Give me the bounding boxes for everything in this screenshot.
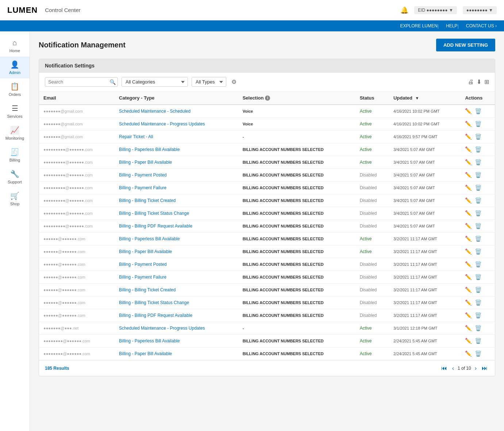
category-cell: Billing - Billing PDF Request Available <box>115 220 238 233</box>
search-box: 🔍 <box>45 77 118 87</box>
eid-dropdown[interactable]: EID ●●●●●●●● ▼ <box>414 6 457 14</box>
page-header: Notification Management ADD NEW SETTING <box>39 39 495 51</box>
edit-icon[interactable]: ✏️ <box>465 325 472 331</box>
category-filter-dropdown[interactable]: All Categories Billing Scheduled Mainten… <box>122 77 188 87</box>
delete-icon[interactable]: 🗑️ <box>475 210 482 217</box>
delete-icon[interactable]: 🗑️ <box>475 108 482 114</box>
delete-icon[interactable]: 🗑️ <box>475 172 482 178</box>
selection-info-icon[interactable]: i <box>265 96 270 101</box>
download-button[interactable]: ⬇ <box>477 78 481 85</box>
user-dropdown[interactable]: ●●●●●●●● ▼ <box>463 6 497 14</box>
sidebar-item-admin[interactable]: 👤 Admin <box>0 57 30 78</box>
delete-icon[interactable]: 🗑️ <box>475 133 482 140</box>
edit-icon[interactable]: ✏️ <box>465 350 472 357</box>
columns-button[interactable]: ⊞ <box>484 78 489 85</box>
edit-icon[interactable]: ✏️ <box>465 274 472 280</box>
edit-icon[interactable]: ✏️ <box>465 197 472 204</box>
category-cell: Billing - Billing Ticket Created <box>115 194 238 207</box>
delete-icon[interactable]: 🗑️ <box>475 248 482 255</box>
last-page-button[interactable]: ⏭ <box>480 364 489 372</box>
edit-icon[interactable]: ✏️ <box>465 108 472 114</box>
prev-page-button[interactable]: ‹ <box>451 364 455 372</box>
delete-icon[interactable]: 🗑️ <box>475 223 482 229</box>
selection-cell: BILLING ACCOUNT NUMBERS SELECTED <box>238 194 355 207</box>
updated-cell: 3/2/2021 11:17 AM GMT <box>389 309 461 322</box>
edit-icon[interactable]: ✏️ <box>465 338 472 344</box>
edit-icon[interactable]: ✏️ <box>465 172 472 178</box>
sidebar-item-home[interactable]: ⌂ Home <box>0 35 30 57</box>
card-header: Notification Settings <box>39 59 495 73</box>
edit-icon[interactable]: ✏️ <box>465 248 472 255</box>
main-layout: ⌂ Home 👤 Admin 📋 Orders ☰ Services 📈 Mon… <box>0 31 504 431</box>
help-link[interactable]: HELP <box>446 23 457 28</box>
delete-icon[interactable]: 🗑️ <box>475 287 482 293</box>
sidebar-item-monitoring[interactable]: 📈 Monitoring <box>0 122 30 144</box>
sidebar: ⌂ Home 👤 Admin 📋 Orders ☰ Services 📈 Mon… <box>0 31 30 431</box>
sidebar-label-shop: Shop <box>10 202 20 206</box>
add-new-setting-button[interactable]: ADD NEW SETTING <box>436 39 495 51</box>
sidebar-item-support[interactable]: 🔧 Support <box>0 166 30 188</box>
th-updated[interactable]: Updated ▼ <box>389 92 461 105</box>
status-cell: Disabled <box>355 169 389 182</box>
category-cell: Billing - Billing Ticket Created <box>115 284 238 296</box>
delete-icon[interactable]: 🗑️ <box>475 312 482 319</box>
status-cell: Disabled <box>355 309 389 322</box>
edit-icon[interactable]: ✏️ <box>465 185 472 191</box>
category-cell: Scheduled Maintenance - Progress Updates <box>115 118 238 131</box>
delete-icon[interactable]: 🗑️ <box>475 185 482 191</box>
delete-icon[interactable]: 🗑️ <box>475 146 482 153</box>
edit-icon[interactable]: ✏️ <box>465 299 472 306</box>
category-cell: Billing - Payment Posted <box>115 258 238 271</box>
contact-us-link[interactable]: CONTACT US › <box>466 23 497 28</box>
first-page-button[interactable]: ⏮ <box>440 364 449 372</box>
actions-cell: ✏️ 🗑️ <box>461 322 495 335</box>
delete-icon[interactable]: 🗑️ <box>475 274 482 280</box>
sidebar-item-services[interactable]: ☰ Services <box>0 100 30 122</box>
edit-icon[interactable]: ✏️ <box>465 121 472 127</box>
delete-icon[interactable]: 🗑️ <box>475 197 482 204</box>
edit-icon[interactable]: ✏️ <box>465 133 472 140</box>
selection-cell: BILLING ACCOUNT NUMBERS SELECTED <box>238 220 355 233</box>
edit-icon[interactable]: ✏️ <box>465 236 472 242</box>
delete-icon[interactable]: 🗑️ <box>475 121 482 127</box>
actions-cell: ✏️ 🗑️ <box>461 258 495 271</box>
results-count: 185 Results <box>45 366 69 371</box>
delete-icon[interactable]: 🗑️ <box>475 236 482 242</box>
category-cell: Billing - Payment Failure <box>115 271 238 284</box>
delete-icon[interactable]: 🗑️ <box>475 299 482 306</box>
next-page-button[interactable]: › <box>473 364 478 372</box>
updated-cell: 2/24/2021 5:45 AM GMT <box>389 347 461 360</box>
advanced-filter-icon[interactable]: ⚙ <box>231 78 236 85</box>
search-input[interactable] <box>48 79 109 85</box>
edit-icon[interactable]: ✏️ <box>465 261 472 268</box>
edit-icon[interactable]: ✏️ <box>465 223 472 229</box>
explore-lumen-link[interactable]: EXPLORE LUMEN <box>400 23 438 28</box>
print-button[interactable]: 🖨 <box>468 78 474 85</box>
edit-icon[interactable]: ✏️ <box>465 287 472 293</box>
sidebar-item-orders[interactable]: 📋 Orders <box>0 78 30 100</box>
email-cell: ●●●●●●@●●●●●●.com <box>39 233 115 245</box>
delete-icon[interactable]: 🗑️ <box>475 350 482 357</box>
edit-icon[interactable]: ✏️ <box>465 146 472 153</box>
actions-cell: ✏️ 🗑️ <box>461 143 495 156</box>
sidebar-label-admin: Admin <box>9 70 20 75</box>
type-filter-dropdown[interactable]: All Types <box>192 77 226 87</box>
email-cell: ●●●●●●●@gmail.com <box>39 118 115 131</box>
edit-icon[interactable]: ✏️ <box>465 210 472 217</box>
edit-icon[interactable]: ✏️ <box>465 159 472 166</box>
page-info: 1 of 10 <box>458 366 471 371</box>
selection-cell: BILLING ACCOUNT NUMBERS SELECTED <box>238 169 355 182</box>
sidebar-item-shop[interactable]: 🛒 Shop <box>0 188 30 210</box>
delete-icon[interactable]: 🗑️ <box>475 338 482 344</box>
notification-bell-icon[interactable]: 🔔 <box>400 6 408 14</box>
logo: LUMEN <box>7 5 38 15</box>
sidebar-item-billing[interactable]: 🧾 Billing <box>0 144 30 166</box>
updated-cell: 3/2/2021 11:17 AM GMT <box>389 245 461 258</box>
delete-icon[interactable]: 🗑️ <box>475 325 482 331</box>
delete-icon[interactable]: 🗑️ <box>475 159 482 166</box>
actions-cell: ✏️ 🗑️ <box>461 182 495 194</box>
delete-icon[interactable]: 🗑️ <box>475 261 482 268</box>
email-cell: ●●●●●●@●●●●●●.com <box>39 309 115 322</box>
support-icon: 🔧 <box>10 170 19 178</box>
edit-icon[interactable]: ✏️ <box>465 312 472 319</box>
